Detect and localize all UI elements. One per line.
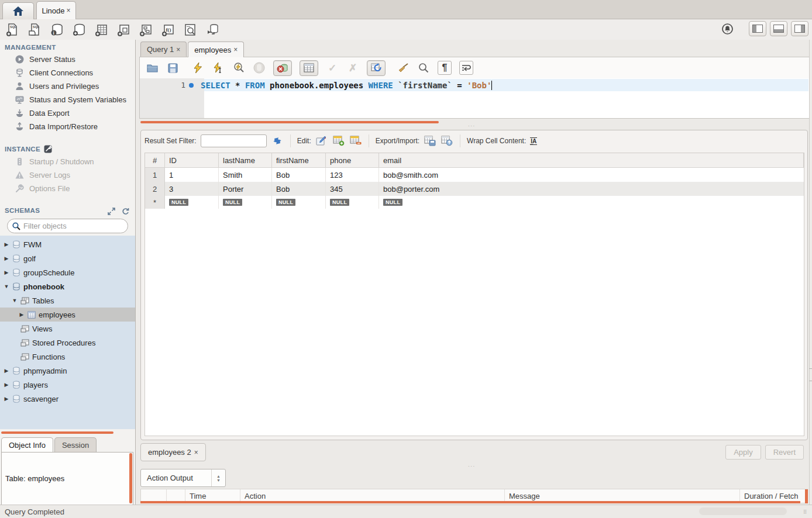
find-icon[interactable]: [417, 61, 430, 74]
reconnect-dbms-icon[interactable]: [205, 22, 220, 37]
expanded-arrow-icon[interactable]: ▼: [4, 284, 9, 289]
limit-rows-button[interactable]: [300, 60, 318, 76]
insert-row-icon[interactable]: [332, 135, 345, 147]
bottom-scrollbar-thumb[interactable]: [699, 507, 787, 515]
tab-employees-2[interactable]: employees 2 ×: [140, 443, 206, 461]
search-data-icon[interactable]: [183, 22, 198, 37]
tree-item-table-employees[interactable]: ▶ employees: [0, 308, 135, 322]
tree-item-stored-procedures-folder[interactable]: Stored Procedures: [0, 336, 135, 350]
create-function-icon[interactable]: f(): [160, 22, 176, 37]
grid-cell[interactable]: NULL: [272, 196, 326, 209]
grid-cell[interactable]: Porter: [219, 182, 272, 196]
collapsed-arrow-icon[interactable]: ▶: [4, 396, 9, 402]
tab-object-info[interactable]: Object Info: [1, 437, 53, 452]
show-invisibles-icon[interactable]: ¶: [438, 61, 452, 75]
output-selector-spinner-icon[interactable]: ▲▼: [211, 469, 225, 486]
grid-cell[interactable]: Bob: [272, 182, 326, 196]
grid-cell[interactable]: Bob: [272, 168, 326, 182]
schema-filter-input[interactable]: [23, 222, 126, 230]
grid-cell[interactable]: NULL: [219, 196, 272, 209]
editor-result-splitter[interactable]: ∙∙∙: [468, 123, 476, 129]
sidebar-item-client-connections[interactable]: Client Connections: [0, 66, 135, 80]
execute-query-icon[interactable]: [191, 61, 204, 74]
editor-horizontal-scrollbar[interactable]: [140, 121, 439, 123]
collapsed-arrow-icon[interactable]: ▶: [4, 270, 9, 275]
stop-query-icon[interactable]: [253, 61, 266, 74]
collapsed-arrow-icon[interactable]: ▶: [4, 368, 9, 374]
grid-cell[interactable]: bob@porter.com: [379, 182, 804, 196]
tree-item-views-folder[interactable]: Views: [0, 322, 135, 336]
sidebar-item-server-logs[interactable]: Server Logs: [0, 168, 135, 182]
sidebar-item-server-status[interactable]: Server Status: [0, 53, 135, 66]
open-script-icon[interactable]: [146, 61, 159, 74]
result-filter-input[interactable]: [201, 134, 267, 147]
save-script-icon[interactable]: [166, 61, 179, 74]
tab-close-icon[interactable]: ×: [176, 46, 180, 54]
tree-item-schema[interactable]: ▶ players: [0, 378, 135, 392]
wrap-cell-content-icon[interactable]: I̲A: [530, 137, 537, 145]
window-resize-grip[interactable]: ⠿: [803, 509, 810, 516]
tab-session[interactable]: Session: [54, 437, 97, 452]
tree-item-tables-folder[interactable]: ▼ Tables: [0, 293, 135, 308]
grid-cell[interactable]: bob@smith.com: [379, 168, 804, 182]
sql-statement[interactable]: SELECT * FROM phonebook.employees WHERE …: [201, 81, 492, 90]
toggle-secondary-sidebar-button[interactable]: [791, 21, 808, 36]
refresh-results-icon[interactable]: [271, 135, 284, 147]
row-number-cell[interactable]: 1: [145, 168, 165, 182]
revert-button[interactable]: Revert: [765, 445, 804, 460]
tree-item-schema[interactable]: ▶ golf: [0, 251, 135, 265]
wrap-text-icon[interactable]: [459, 61, 473, 75]
info-vertical-scrollbar[interactable]: [129, 453, 132, 503]
sidebar-item-status-system-variables[interactable]: Status and System Variables: [0, 93, 135, 106]
apply-button[interactable]: Apply: [725, 445, 761, 460]
commit-icon[interactable]: ✓: [326, 61, 339, 74]
grid-cell[interactable]: NULL: [326, 196, 379, 209]
grid-cell[interactable]: 1: [165, 168, 219, 182]
rollback-icon[interactable]: ✗: [346, 61, 359, 74]
collapsed-arrow-icon[interactable]: ▶: [4, 241, 9, 247]
toggle-autocommit-button[interactable]: [367, 60, 386, 76]
row-number-cell[interactable]: 2: [145, 182, 165, 196]
tab-query-1[interactable]: Query 1 ×: [140, 42, 187, 57]
server-info-icon[interactable]: i: [49, 22, 64, 37]
tree-horizontal-scrollbar[interactable]: [1, 431, 113, 434]
toggle-stop-on-error-button[interactable]: [273, 60, 292, 76]
grid-cell[interactable]: NULL: [165, 196, 219, 209]
refresh-schemas-icon[interactable]: [121, 208, 129, 215]
result-output-splitter[interactable]: ∙∙∙: [468, 464, 476, 469]
open-sql-script-icon[interactable]: SQL: [27, 22, 42, 37]
connection-tab-close-icon[interactable]: ×: [67, 6, 71, 15]
toggle-sidebar-button[interactable]: [749, 21, 766, 36]
column-header-lastname[interactable]: lastName: [219, 153, 272, 167]
tree-item-functions-folder[interactable]: Functions: [0, 350, 135, 364]
collapsed-arrow-icon[interactable]: ▶: [4, 255, 9, 261]
output-vertical-scrollbar[interactable]: [805, 489, 808, 503]
grid-cell[interactable]: 123: [326, 168, 379, 182]
tab-close-icon[interactable]: ×: [194, 448, 198, 457]
home-tab[interactable]: [2, 2, 34, 19]
beautify-script-icon[interactable]: [397, 61, 410, 74]
import-recordset-icon[interactable]: [441, 135, 453, 147]
create-table-icon[interactable]: [94, 22, 109, 37]
tab-employees[interactable]: employees ×: [188, 42, 244, 57]
right-panel-grip[interactable]: [809, 368, 812, 381]
column-header-firstname[interactable]: firstName: [272, 153, 326, 167]
notifications-icon[interactable]: [720, 21, 735, 36]
row-number-cell[interactable]: *: [145, 196, 165, 209]
tree-item-schema-phonebook[interactable]: ▼ phonebook: [0, 279, 135, 293]
execute-current-statement-icon[interactable]: [212, 61, 225, 74]
tree-item-schema[interactable]: ▶ groupSchedule: [0, 265, 135, 279]
output-horizontal-scrollbar[interactable]: [140, 501, 800, 503]
tree-item-schema[interactable]: ▶ FWM: [0, 237, 135, 251]
sidebar-item-users-privileges[interactable]: Users and Privileges: [0, 80, 135, 93]
sidebar-item-options-file[interactable]: Options File: [0, 182, 135, 195]
grid-cell[interactable]: NULL: [379, 196, 804, 209]
expanded-arrow-icon[interactable]: ▼: [12, 298, 18, 303]
new-sql-tab-icon[interactable]: SQL: [5, 22, 20, 37]
create-procedure-icon[interactable]: [138, 22, 153, 37]
sidebar-item-data-import[interactable]: Data Import/Restore: [0, 120, 135, 133]
export-recordset-icon[interactable]: [424, 135, 436, 147]
grid-cell[interactable]: Smith: [219, 168, 272, 182]
column-header-rownum[interactable]: #: [145, 153, 165, 167]
grid-cell[interactable]: 345: [326, 182, 379, 196]
